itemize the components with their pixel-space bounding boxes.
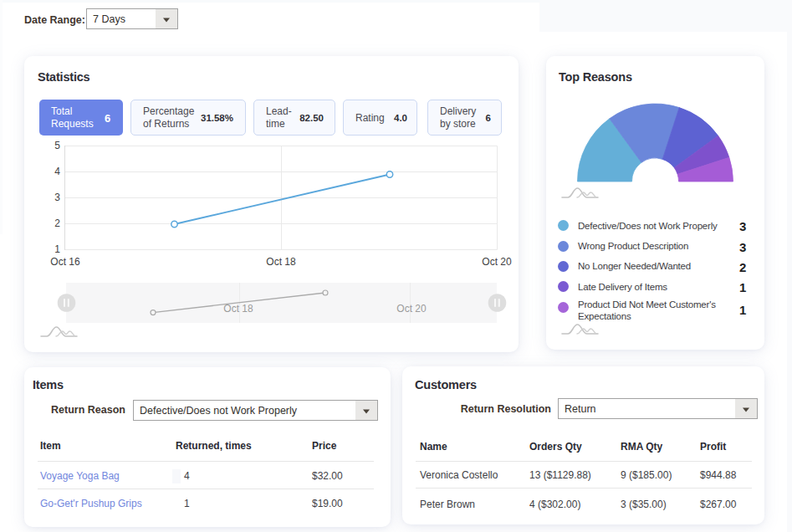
svg-text:5: 5	[54, 140, 60, 151]
svg-text:Oct 20: Oct 20	[482, 256, 512, 268]
svg-text:4: 4	[54, 166, 60, 177]
svg-text:1: 1	[54, 243, 60, 255]
svg-text:Oct 18: Oct 18	[223, 303, 253, 315]
svg-text:Oct 20: Oct 20	[396, 303, 427, 315]
svg-text:Oct 16: Oct 16	[50, 256, 80, 268]
svg-text:2: 2	[54, 217, 60, 229]
svg-text:3: 3	[54, 192, 60, 203]
svg-text:Oct 18: Oct 18	[266, 256, 296, 268]
